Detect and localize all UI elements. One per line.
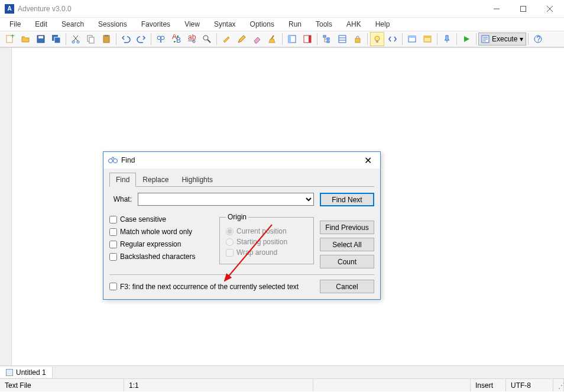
find-previous-button[interactable]: Find Previous bbox=[320, 221, 374, 234]
status-encoding: UTF-8 bbox=[506, 379, 553, 391]
svg-text:?: ? bbox=[537, 35, 541, 43]
bulb-icon[interactable] bbox=[370, 32, 384, 46]
close-button[interactable] bbox=[536, 1, 563, 17]
window2-icon[interactable] bbox=[420, 32, 435, 46]
new-file-icon[interactable]: + bbox=[3, 32, 17, 46]
backslash-checkbox[interactable]: Backslashed characters bbox=[109, 252, 195, 261]
svg-line-24 bbox=[271, 35, 274, 39]
origin-fieldset: Origin Current position Starting positio… bbox=[219, 213, 314, 264]
find-in-files-icon[interactable]: ab bbox=[184, 32, 199, 46]
svg-text:B: B bbox=[176, 36, 181, 44]
find-next-button[interactable]: Find Next bbox=[320, 193, 374, 206]
run-icon[interactable] bbox=[459, 32, 474, 46]
menu-tools[interactable]: Tools bbox=[309, 19, 339, 30]
menu-help[interactable]: Help bbox=[368, 19, 397, 30]
menu-sessions[interactable]: Sessions bbox=[91, 19, 134, 30]
whole-word-checkbox[interactable]: Match whole word only bbox=[109, 228, 195, 236]
tab-highlights[interactable]: Highlights bbox=[175, 173, 219, 187]
origin-starting-radio[interactable]: Starting position bbox=[226, 238, 307, 246]
cut-icon[interactable] bbox=[69, 32, 83, 46]
f3-checkbox[interactable]: F3: find the next occurrence of the curr… bbox=[109, 283, 299, 291]
origin-legend: Origin bbox=[226, 213, 248, 221]
menu-edit[interactable]: Edit bbox=[28, 19, 54, 30]
menu-file[interactable]: File bbox=[2, 19, 28, 30]
script-icon bbox=[481, 35, 490, 43]
menu-run[interactable]: Run bbox=[281, 19, 309, 30]
replace-icon[interactable]: AB bbox=[169, 32, 183, 46]
menu-syntax[interactable]: Syntax bbox=[207, 19, 243, 30]
wrap-around-checkbox[interactable]: Wrap around bbox=[226, 248, 307, 257]
open-folder-icon[interactable] bbox=[18, 32, 33, 46]
menu-ahk[interactable]: AHK bbox=[339, 19, 368, 30]
undo-icon[interactable] bbox=[119, 32, 133, 46]
find-dialog: Find ✕ Find Replace Highlights What: Cas… bbox=[103, 151, 381, 300]
document-tab-label: Untitled 1 bbox=[16, 368, 46, 377]
paste-icon[interactable] bbox=[99, 32, 114, 46]
chevron-down-icon: ▾ bbox=[520, 35, 523, 43]
copy-icon[interactable] bbox=[84, 32, 98, 46]
panel-right-icon[interactable] bbox=[300, 32, 315, 46]
case-sensitive-checkbox[interactable]: Case sensitive bbox=[109, 215, 195, 223]
menu-favorites[interactable]: Favorites bbox=[134, 19, 177, 30]
help-icon[interactable]: ? bbox=[531, 32, 545, 46]
what-label: What: bbox=[109, 195, 132, 203]
dialog-close-button[interactable]: ✕ bbox=[361, 154, 375, 167]
document-tabbar: Untitled 1 bbox=[0, 365, 564, 378]
cancel-button[interactable]: Cancel bbox=[320, 280, 374, 293]
execute-button[interactable]: Execute ▾ bbox=[478, 33, 526, 46]
window-title: Adventure v3.0.0 bbox=[18, 5, 483, 13]
binoculars-icon bbox=[108, 156, 118, 164]
eraser-icon[interactable] bbox=[250, 32, 264, 46]
window-icon[interactable] bbox=[405, 32, 419, 46]
svg-rect-37 bbox=[376, 41, 378, 43]
resize-grip-icon[interactable]: ⋰ bbox=[553, 379, 564, 391]
statusbar: Text File 1:1 Insert UTF-8 ⋰ bbox=[0, 378, 564, 391]
svg-point-49 bbox=[114, 159, 118, 163]
svg-rect-30 bbox=[327, 38, 329, 40]
tree-icon[interactable] bbox=[320, 32, 334, 46]
dialog-titlebar[interactable]: Find ✕ bbox=[103, 152, 380, 169]
pencil-icon[interactable] bbox=[235, 32, 249, 46]
svg-point-16 bbox=[157, 36, 161, 40]
menu-options[interactable]: Options bbox=[243, 19, 281, 30]
menubar: File Edit Search Sessions Favorites View… bbox=[0, 18, 564, 31]
split-icon[interactable] bbox=[335, 32, 349, 46]
broom-icon[interactable] bbox=[265, 32, 280, 46]
lock-icon[interactable] bbox=[351, 32, 365, 46]
status-insert: Insert bbox=[471, 379, 506, 391]
document-tab[interactable]: Untitled 1 bbox=[0, 367, 53, 378]
highlight-icon[interactable] bbox=[219, 32, 234, 46]
maximize-button[interactable] bbox=[510, 1, 536, 17]
what-input[interactable] bbox=[138, 193, 314, 206]
tab-find[interactable]: Find bbox=[109, 173, 136, 187]
pin-icon[interactable] bbox=[440, 32, 454, 46]
svg-text:+: + bbox=[11, 34, 15, 40]
code-view-icon[interactable] bbox=[385, 32, 400, 46]
svg-line-23 bbox=[208, 40, 210, 43]
svg-rect-39 bbox=[409, 36, 416, 38]
execute-label: Execute bbox=[492, 35, 517, 43]
menu-view[interactable]: View bbox=[177, 19, 207, 30]
minimize-button[interactable] bbox=[483, 1, 510, 17]
select-all-button[interactable]: Select All bbox=[320, 238, 374, 251]
svg-point-17 bbox=[161, 36, 164, 40]
toolbar: + AB ab Execute ▾ ? bbox=[0, 31, 564, 47]
editor-area[interactable]: nxz.com Find ✕ Find Replace Highlights W… bbox=[0, 47, 564, 365]
panel-left-icon[interactable] bbox=[285, 32, 299, 46]
origin-current-radio[interactable]: Current position bbox=[226, 227, 307, 235]
svg-rect-15 bbox=[105, 35, 108, 37]
save-icon[interactable] bbox=[34, 32, 48, 46]
status-position: 1:1 bbox=[124, 379, 313, 391]
find-icon[interactable] bbox=[154, 32, 168, 46]
save-all-icon[interactable] bbox=[49, 32, 63, 46]
svg-rect-35 bbox=[355, 38, 360, 43]
tab-replace[interactable]: Replace bbox=[136, 173, 175, 187]
search-icon[interactable] bbox=[200, 32, 214, 46]
menu-search[interactable]: Search bbox=[54, 19, 91, 30]
svg-rect-13 bbox=[89, 37, 94, 43]
redo-icon[interactable] bbox=[134, 32, 148, 46]
svg-rect-31 bbox=[327, 41, 329, 43]
svg-rect-1 bbox=[520, 6, 526, 11]
count-button[interactable]: Count bbox=[320, 255, 374, 268]
regex-checkbox[interactable]: Regular expression bbox=[109, 240, 195, 248]
